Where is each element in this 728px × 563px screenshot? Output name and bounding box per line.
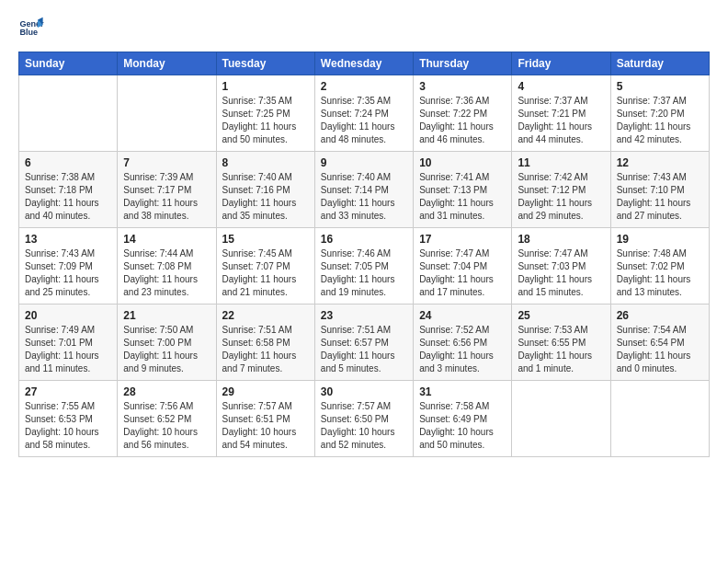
week-row-1: 1Sunrise: 7:35 AM Sunset: 7:25 PM Daylig…	[19, 75, 710, 152]
day-cell: 6Sunrise: 7:38 AM Sunset: 7:18 PM Daylig…	[19, 152, 118, 228]
day-cell: 16Sunrise: 7:46 AM Sunset: 7:05 PM Dayli…	[314, 228, 413, 304]
day-cell: 7Sunrise: 7:39 AM Sunset: 7:17 PM Daylig…	[118, 152, 216, 228]
day-cell: 21Sunrise: 7:50 AM Sunset: 7:00 PM Dayli…	[118, 304, 216, 381]
day-number: 11	[518, 156, 604, 169]
day-number: 13	[25, 233, 111, 246]
day-number: 6	[25, 156, 111, 169]
day-header-tuesday: Tuesday	[216, 52, 314, 75]
day-info: Sunrise: 7:36 AM Sunset: 7:22 PM Dayligh…	[419, 95, 506, 146]
day-number: 2	[321, 80, 407, 93]
day-cell: 3Sunrise: 7:36 AM Sunset: 7:22 PM Daylig…	[414, 75, 512, 152]
day-info: Sunrise: 7:47 AM Sunset: 7:04 PM Dayligh…	[419, 247, 506, 299]
day-number: 28	[123, 385, 210, 398]
day-info: Sunrise: 7:39 AM Sunset: 7:17 PM Dayligh…	[123, 171, 210, 223]
day-cell: 13Sunrise: 7:43 AM Sunset: 7:09 PM Dayli…	[19, 228, 118, 304]
day-cell: 30Sunrise: 7:57 AM Sunset: 6:50 PM Dayli…	[314, 381, 413, 457]
day-number: 30	[321, 385, 407, 398]
day-cell: 1Sunrise: 7:35 AM Sunset: 7:25 PM Daylig…	[216, 75, 314, 152]
day-cell: 23Sunrise: 7:51 AM Sunset: 6:57 PM Dayli…	[314, 304, 413, 381]
day-number: 20	[25, 309, 111, 322]
day-number: 9	[321, 156, 407, 169]
day-info: Sunrise: 7:48 AM Sunset: 7:02 PM Dayligh…	[617, 247, 703, 299]
day-number: 29	[222, 385, 309, 398]
day-cell: 19Sunrise: 7:48 AM Sunset: 7:02 PM Dayli…	[610, 228, 709, 304]
day-number: 22	[222, 309, 309, 322]
logo-icon: General Blue	[18, 15, 44, 40]
day-cell: 26Sunrise: 7:54 AM Sunset: 6:54 PM Dayli…	[610, 304, 709, 381]
header: General Blue	[18, 15, 710, 40]
day-cell	[118, 75, 216, 152]
day-number: 12	[617, 156, 703, 169]
day-cell: 22Sunrise: 7:51 AM Sunset: 6:58 PM Dayli…	[216, 304, 314, 381]
svg-text:Blue: Blue	[19, 28, 38, 37]
day-info: Sunrise: 7:37 AM Sunset: 7:20 PM Dayligh…	[617, 95, 703, 146]
day-info: Sunrise: 7:37 AM Sunset: 7:21 PM Dayligh…	[518, 95, 604, 146]
day-info: Sunrise: 7:40 AM Sunset: 7:16 PM Dayligh…	[222, 171, 309, 223]
day-number: 14	[123, 233, 210, 246]
day-cell: 10Sunrise: 7:41 AM Sunset: 7:13 PM Dayli…	[414, 152, 512, 228]
day-cell: 18Sunrise: 7:47 AM Sunset: 7:03 PM Dayli…	[512, 228, 610, 304]
day-header-thursday: Thursday	[414, 52, 512, 75]
day-header-friday: Friday	[512, 52, 610, 75]
day-cell: 28Sunrise: 7:56 AM Sunset: 6:52 PM Dayli…	[118, 381, 216, 457]
day-number: 31	[419, 385, 506, 398]
day-cell: 9Sunrise: 7:40 AM Sunset: 7:14 PM Daylig…	[314, 152, 413, 228]
day-number: 15	[222, 233, 309, 246]
day-number: 21	[123, 309, 210, 322]
day-number: 27	[25, 385, 111, 398]
day-cell: 27Sunrise: 7:55 AM Sunset: 6:53 PM Dayli…	[19, 381, 118, 457]
day-cell	[610, 381, 709, 457]
day-info: Sunrise: 7:51 AM Sunset: 6:58 PM Dayligh…	[222, 324, 309, 375]
day-cell	[512, 381, 610, 457]
day-number: 19	[617, 233, 703, 246]
day-header-saturday: Saturday	[610, 52, 709, 75]
day-cell: 24Sunrise: 7:52 AM Sunset: 6:56 PM Dayli…	[414, 304, 512, 381]
day-info: Sunrise: 7:44 AM Sunset: 7:08 PM Dayligh…	[123, 247, 210, 299]
day-info: Sunrise: 7:46 AM Sunset: 7:05 PM Dayligh…	[321, 247, 407, 299]
day-info: Sunrise: 7:55 AM Sunset: 6:53 PM Dayligh…	[25, 400, 111, 452]
day-info: Sunrise: 7:38 AM Sunset: 7:18 PM Dayligh…	[25, 171, 111, 223]
day-info: Sunrise: 7:42 AM Sunset: 7:12 PM Dayligh…	[518, 171, 604, 223]
day-info: Sunrise: 7:54 AM Sunset: 6:54 PM Dayligh…	[617, 324, 703, 375]
day-info: Sunrise: 7:51 AM Sunset: 6:57 PM Dayligh…	[321, 324, 407, 375]
day-header-monday: Monday	[118, 52, 216, 75]
day-info: Sunrise: 7:40 AM Sunset: 7:14 PM Dayligh…	[321, 171, 407, 223]
day-info: Sunrise: 7:43 AM Sunset: 7:09 PM Dayligh…	[25, 247, 111, 299]
day-info: Sunrise: 7:43 AM Sunset: 7:10 PM Dayligh…	[617, 171, 703, 223]
day-number: 24	[419, 309, 506, 322]
day-cell: 20Sunrise: 7:49 AM Sunset: 7:01 PM Dayli…	[19, 304, 118, 381]
day-number: 23	[321, 309, 407, 322]
day-info: Sunrise: 7:41 AM Sunset: 7:13 PM Dayligh…	[419, 171, 506, 223]
day-cell: 12Sunrise: 7:43 AM Sunset: 7:10 PM Dayli…	[610, 152, 709, 228]
day-cell: 14Sunrise: 7:44 AM Sunset: 7:08 PM Dayli…	[118, 228, 216, 304]
day-cell: 2Sunrise: 7:35 AM Sunset: 7:24 PM Daylig…	[314, 75, 413, 152]
days-header-row: SundayMondayTuesdayWednesdayThursdayFrid…	[19, 52, 710, 75]
day-number: 25	[518, 309, 604, 322]
day-number: 18	[518, 233, 604, 246]
day-number: 8	[222, 156, 309, 169]
day-number: 17	[419, 233, 506, 246]
day-cell: 25Sunrise: 7:53 AM Sunset: 6:55 PM Dayli…	[512, 304, 610, 381]
day-info: Sunrise: 7:53 AM Sunset: 6:55 PM Dayligh…	[518, 324, 604, 375]
day-number: 5	[617, 80, 703, 93]
day-info: Sunrise: 7:57 AM Sunset: 6:51 PM Dayligh…	[222, 400, 309, 452]
day-header-sunday: Sunday	[19, 52, 118, 75]
week-row-3: 13Sunrise: 7:43 AM Sunset: 7:09 PM Dayli…	[19, 228, 710, 304]
day-cell: 4Sunrise: 7:37 AM Sunset: 7:21 PM Daylig…	[512, 75, 610, 152]
day-number: 16	[321, 233, 407, 246]
day-number: 10	[419, 156, 506, 169]
day-info: Sunrise: 7:57 AM Sunset: 6:50 PM Dayligh…	[321, 400, 407, 452]
day-info: Sunrise: 7:35 AM Sunset: 7:24 PM Dayligh…	[321, 95, 407, 146]
week-row-2: 6Sunrise: 7:38 AM Sunset: 7:18 PM Daylig…	[19, 152, 710, 228]
day-cell: 5Sunrise: 7:37 AM Sunset: 7:20 PM Daylig…	[610, 75, 709, 152]
day-number: 3	[419, 80, 506, 93]
day-info: Sunrise: 7:52 AM Sunset: 6:56 PM Dayligh…	[419, 324, 506, 375]
week-row-5: 27Sunrise: 7:55 AM Sunset: 6:53 PM Dayli…	[19, 381, 710, 457]
day-info: Sunrise: 7:58 AM Sunset: 6:49 PM Dayligh…	[419, 400, 506, 452]
calendar: SundayMondayTuesdayWednesdayThursdayFrid…	[18, 52, 710, 457]
day-info: Sunrise: 7:50 AM Sunset: 7:00 PM Dayligh…	[123, 324, 210, 375]
day-info: Sunrise: 7:56 AM Sunset: 6:52 PM Dayligh…	[123, 400, 210, 452]
day-cell: 31Sunrise: 7:58 AM Sunset: 6:49 PM Dayli…	[414, 381, 512, 457]
day-cell: 15Sunrise: 7:45 AM Sunset: 7:07 PM Dayli…	[216, 228, 314, 304]
day-cell: 17Sunrise: 7:47 AM Sunset: 7:04 PM Dayli…	[414, 228, 512, 304]
